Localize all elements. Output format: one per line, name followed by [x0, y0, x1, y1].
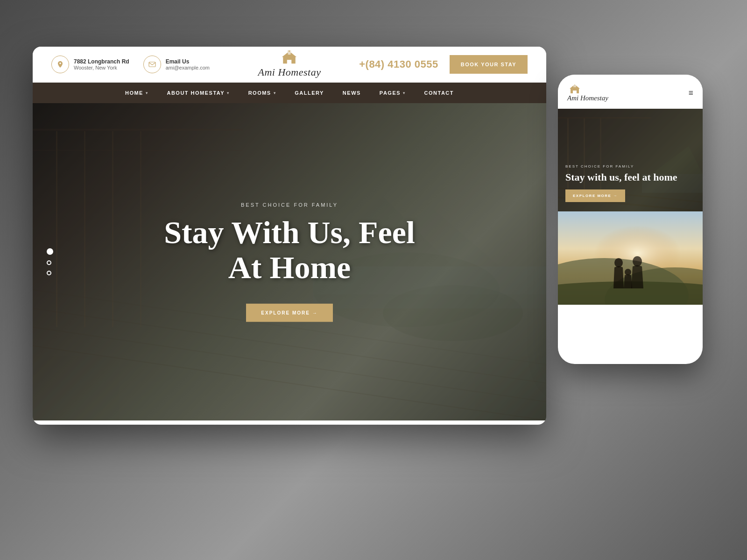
mobile-logo[interactable]: Ami Homestay [567, 84, 608, 102]
hero-section: BEST CHOICE FOR FAMILY Stay with us, fee… [33, 103, 546, 420]
nav-rooms[interactable]: ROOMS ▾ [239, 83, 286, 103]
address-text: 7882 Longbranch Rd Wooster, New York [74, 58, 129, 70]
address-line1: 7882 Longbranch Rd [74, 58, 129, 65]
address-contact-item: 7882 Longbranch Rd Wooster, New York [51, 56, 129, 73]
mobile-logo-text: Ami Homestay [567, 94, 608, 102]
email-contact-item: Email Us ami@example.com [143, 56, 210, 73]
site-header: 7882 Longbranch Rd Wooster, New York Ema… [33, 47, 546, 83]
nav-about-arrow: ▾ [227, 91, 230, 95]
nav-contact[interactable]: CONTACT [415, 83, 463, 103]
mobile-header: Ami Homestay ≡ [558, 75, 703, 109]
svg-rect-18 [573, 85, 576, 87]
hero-content: BEST CHOICE FOR FAMILY Stay with us, fee… [161, 202, 418, 322]
svg-point-35 [625, 269, 631, 275]
mobile-family-image [558, 211, 703, 305]
mobile-hero-content: BEST CHOICE FOR FAMILY Stay with us, fee… [565, 164, 695, 202]
header-right: +(84) 4130 0555 BOOK YOUR STAY [359, 55, 528, 74]
phone-number: +(84) 4130 0555 [359, 58, 438, 70]
mobile-hero-title: Stay with us, feel at home [565, 171, 695, 183]
mobile-mockup: Ami Homestay ≡ BEST CHOICE FOR FAMILY St… [558, 75, 703, 364]
slider-dot-1[interactable] [47, 248, 53, 255]
svg-point-34 [633, 256, 642, 266]
nav-pages-arrow: ▾ [403, 91, 406, 95]
nav-home-arrow: ▾ [146, 91, 148, 95]
family-silhouette-svg [602, 251, 658, 298]
logo-text: Ami Homestay [258, 66, 321, 78]
nav-gallery[interactable]: GALLERY [285, 83, 333, 103]
mobile-hero: BEST CHOICE FOR FAMILY Stay with us, fee… [558, 109, 703, 211]
desktop-mockup: 7882 Longbranch Rd Wooster, New York Ema… [33, 47, 546, 425]
address-line2: Wooster, New York [74, 65, 129, 70]
email-label: Email Us [166, 58, 210, 65]
mobile-hero-subtitle: BEST CHOICE FOR FAMILY [565, 164, 695, 168]
hero-subtitle: BEST CHOICE FOR FAMILY [161, 202, 418, 208]
slider-dot-2[interactable] [47, 260, 51, 265]
mobile-menu-icon[interactable]: ≡ [689, 88, 693, 98]
svg-rect-0 [149, 62, 155, 67]
nav-rooms-arrow: ▾ [274, 91, 276, 95]
email-icon [143, 56, 161, 73]
svg-point-33 [614, 258, 623, 267]
slider-dots [47, 248, 53, 275]
logo-house-icon [279, 50, 300, 65]
svg-rect-1 [288, 52, 291, 55]
explore-more-button[interactable]: EXPLORE MORE → [246, 303, 332, 322]
nav-news[interactable]: NEWS [333, 83, 370, 103]
site-logo[interactable]: Ami Homestay [258, 50, 321, 78]
book-stay-button[interactable]: BOOK YOUR STAY [450, 55, 528, 74]
email-value: ami@example.com [166, 65, 210, 70]
site-navigation: HOME ▾ ABOUT HOMESTAY ▾ ROOMS ▾ GALLERY … [33, 83, 546, 103]
address-icon [51, 56, 69, 73]
nav-home[interactable]: HOME ▾ [116, 83, 158, 103]
email-text: Email Us ami@example.com [166, 58, 210, 70]
slider-dot-3[interactable] [47, 271, 51, 275]
nav-pages[interactable]: PAGES ▾ [370, 83, 415, 103]
nav-about[interactable]: ABOUT HOMESTAY ▾ [157, 83, 239, 103]
mobile-logo-icon [567, 84, 582, 94]
hero-title: Stay with us, feel at home [161, 215, 418, 285]
header-left: 7882 Longbranch Rd Wooster, New York Ema… [51, 56, 210, 73]
mobile-explore-button[interactable]: EXPLORE MORE → [565, 189, 625, 202]
